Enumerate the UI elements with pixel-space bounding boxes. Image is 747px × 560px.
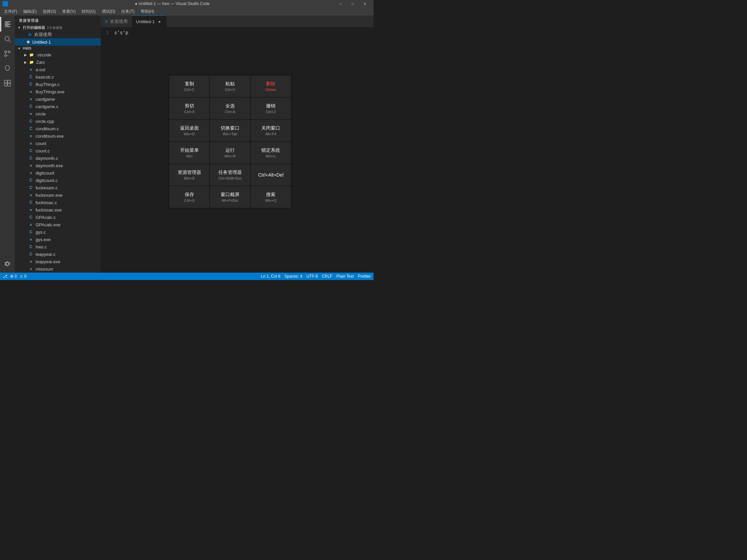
ctx-switchwin-button[interactable]: 切换窗口 Win+Tab (210, 120, 250, 141)
ctx-save-button[interactable]: 保存 Ctrl+S (169, 186, 209, 208)
tab-untitled[interactable]: Untitled-1 ● (132, 16, 166, 27)
file-fuckissac-exe[interactable]: ≡ fuckissac.exe (15, 206, 101, 214)
file-gpacalc-exe[interactable]: ≡ GPAcalc.exe (15, 221, 101, 228)
file-count-c[interactable]: C count.c (15, 147, 101, 155)
maximize-button[interactable]: □ (346, 0, 359, 7)
file-basicstr[interactable]: C basicstr.c (15, 73, 101, 81)
ctx-delete-button[interactable]: 删除 Delete (251, 76, 291, 97)
activity-explorer[interactable] (0, 17, 15, 31)
ctx-run-button[interactable]: 运行 Win+R (210, 142, 250, 163)
menu-file[interactable]: 文件(F) (1, 7, 20, 16)
file-conditsum-exe[interactable]: ≡ conditsum.exe (15, 132, 101, 140)
status-formatter: Prettier (358, 274, 371, 279)
app-icon (3, 1, 8, 6)
file-conditsum-c[interactable]: C conditsum.c (15, 125, 101, 132)
ctx-explorer-button[interactable]: 资源管理器 Win+E (169, 164, 209, 186)
file-gys-c[interactable]: C gys.c (15, 228, 101, 236)
ctx-ctrlaltdel-button[interactable]: Ctrl+Alt+Del (251, 164, 291, 186)
file-digitcount[interactable]: ≡ digitcount (15, 169, 101, 177)
ctx-startmenu-button[interactable]: 开始菜单 Win (169, 142, 209, 163)
ctx-save-label: 保存 (185, 192, 194, 197)
tab-welcome-icon: ⊞ (105, 19, 108, 24)
file-zarc[interactable]: ▶ 📁 Zarc (15, 58, 101, 66)
open-editor-welcome[interactable]: ⊞ 欢迎使用 (15, 31, 101, 38)
file-circle[interactable]: ≡ circle (15, 110, 101, 117)
ctx-taskmgr-button[interactable]: 任务管理器 Ctrl+Shift+Esc (210, 164, 250, 186)
ctx-taskmgr-label: 任务管理器 (218, 169, 242, 175)
file-buythings-c[interactable]: C BuyThings.c (15, 81, 101, 88)
ctx-paste-label: 粘贴 (225, 81, 235, 87)
editor-content[interactable]: 1 s's'p 复制 Ctrl+C 粘贴 Ctrl+V 删除 (101, 27, 374, 273)
open-editor-untitled-label: Untitled-1 (32, 39, 51, 45)
ctx-copy-label: 复制 (185, 81, 194, 87)
file-cardgame[interactable]: ≡ cardgame (15, 95, 101, 103)
menu-task[interactable]: 任务(T) (119, 7, 137, 16)
ctx-cut-button[interactable]: 剪切 Ctrl+X (169, 98, 209, 119)
ctx-closewin-shortcut: Alt+F4 (265, 132, 276, 136)
file-cardgame-c[interactable]: C cardgame.c (15, 103, 101, 110)
menu-debug[interactable]: 调试(D) (99, 7, 118, 16)
menu-goto[interactable]: 转到(G) (79, 7, 98, 16)
generic-icon: ≡ (28, 111, 33, 116)
exe-icon: ≡ (28, 207, 33, 213)
ctx-paste-button[interactable]: 粘贴 Ctrl+V (210, 76, 250, 97)
ctx-desktop-button[interactable]: 返回桌面 Win+D (169, 120, 209, 141)
file-gpacalc-c[interactable]: C GPAcalc.c (15, 214, 101, 221)
ctx-undo-button[interactable]: 撤销 Ctrl+Z (251, 98, 291, 119)
ctx-closewin-label: 关闭窗口 (261, 125, 280, 131)
ctx-copy-shortcut: Ctrl+C (184, 88, 195, 92)
ctx-ctrlaltdel-label: Ctrl+Alt+Del (258, 172, 283, 178)
sidebar: 资源管理器 ▼ 打开的编辑器 1个未保存 ⊞ 欢迎使用 Untitled-1 ▼… (15, 16, 101, 273)
file-leapyear-exe[interactable]: ≡ leapyear.exe (15, 258, 101, 265)
ctx-selectall-button[interactable]: 全选 Ctrl+A (210, 98, 250, 119)
ctx-search-button[interactable]: 搜索 Win+Q (251, 186, 291, 208)
file-circle-cpp[interactable]: C circle.cpp (15, 117, 101, 125)
ctx-lock-button[interactable]: 锁定系统 Win+L (251, 142, 291, 163)
tab-close-button[interactable]: ● (157, 19, 162, 24)
status-git-icon: ⎇ (3, 274, 7, 279)
file-buythings-exe[interactable]: ≡ BuyThings.exe (15, 88, 101, 95)
activity-git[interactable] (0, 46, 15, 61)
file-leapyear-c[interactable]: C leapyear.c (15, 250, 101, 258)
file-fuckexam-c[interactable]: C fuckexam.c (15, 184, 101, 191)
title-bar: ● Untitled-1 — hws — Visual Studio Code … (0, 0, 374, 7)
file-aout[interactable]: ≡ a.out (15, 66, 101, 73)
file-daymonth-exe[interactable]: ≡ daymonth.exe (15, 162, 101, 169)
ctx-cut-shortcut: Ctrl+X (184, 110, 195, 114)
file-count[interactable]: ≡ count (15, 140, 101, 147)
c-file-icon: C (28, 244, 33, 249)
ctx-copy-button[interactable]: 复制 Ctrl+C (169, 76, 209, 97)
menu-edit[interactable]: 编辑(E) (21, 7, 39, 16)
activity-search[interactable] (0, 31, 15, 46)
ctx-search-shortcut: Win+Q (265, 199, 277, 203)
ctx-desktop-label: 返回桌面 (180, 125, 199, 131)
activity-extensions[interactable] (0, 76, 15, 91)
generic-icon: ≡ (28, 96, 33, 102)
file-digitcount-c[interactable]: C digitcount.c (15, 177, 101, 184)
close-button[interactable]: ✕ (359, 0, 371, 7)
hws-section[interactable]: ▼ HWS (15, 46, 101, 51)
file-daymonth-c[interactable]: C daymonth.c (15, 155, 101, 162)
file-fuckexam-exe[interactable]: ≡ fuckexam.exe (15, 191, 101, 199)
ctx-screenshot-button[interactable]: 窗口截屏 Alt+PrtScr (210, 186, 250, 208)
menu-help[interactable]: 帮助(H) (138, 7, 157, 16)
file-vscode[interactable]: ▶ 📁 .vscode (15, 51, 101, 58)
file-missnum[interactable]: ≡ missnum (15, 265, 101, 273)
activity-settings[interactable] (0, 258, 15, 273)
file-hws-c[interactable]: C hws.c (15, 243, 101, 250)
menu-view[interactable]: 查看(V) (59, 7, 78, 16)
ctx-save-shortcut: Ctrl+S (184, 199, 195, 203)
activity-debug[interactable] (0, 61, 15, 76)
file-gys-exe[interactable]: ≡ gys.exe (15, 236, 101, 243)
exe-icon: ≡ (28, 163, 33, 168)
minimize-button[interactable]: ─ (335, 0, 346, 7)
tab-welcome[interactable]: ⊞ 欢迎使用 (101, 16, 132, 27)
open-editor-untitled[interactable]: Untitled-1 (15, 38, 101, 46)
hws-arrow: ▼ (18, 47, 22, 50)
ctx-paste-shortcut: Ctrl+V (225, 88, 235, 92)
ctx-closewin-button[interactable]: 关闭窗口 Alt+F4 (251, 120, 291, 141)
ctx-lock-shortcut: Win+L (266, 155, 277, 158)
file-fuckissac-c[interactable]: C fuckissac.c (15, 199, 101, 206)
menu-select[interactable]: 选择(S) (40, 7, 59, 16)
open-editors-section[interactable]: ▼ 打开的编辑器 1个未保存 (15, 25, 101, 31)
